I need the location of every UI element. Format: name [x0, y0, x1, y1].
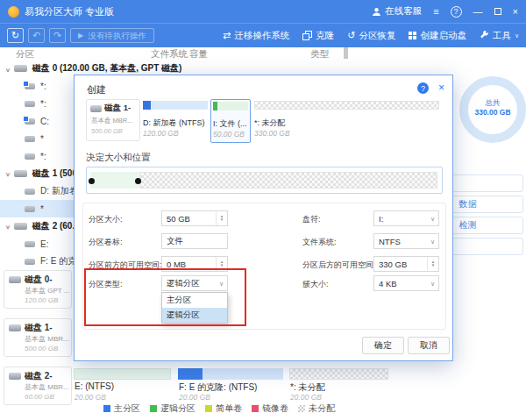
- primary-partition-swatch: [103, 405, 110, 412]
- partition-icon: [25, 83, 35, 89]
- dialog-partition-i-selected[interactable]: I: 文件 (... 50.00 GB: [210, 99, 251, 143]
- dialog-close-icon[interactable]: ×: [438, 82, 444, 94]
- create-bootable-disk-button[interactable]: 创建启动盘: [409, 30, 466, 42]
- disk-icon: [14, 170, 27, 177]
- chevron-down-icon: [5, 64, 14, 74]
- dialog-partition-unallocated[interactable]: *: 未分配 330.00 GB: [252, 99, 441, 143]
- disk-info-panel: 总共 330.00 GB 数据 检测: [456, 47, 526, 420]
- space-after-field[interactable]: 330 GB ▲▼: [373, 256, 439, 272]
- partition-icon: [25, 153, 35, 160]
- play-icon: ▶: [78, 32, 83, 39]
- cluster-size-select[interactable]: 4 KB ∨: [373, 275, 439, 291]
- dropdown-option-primary[interactable]: 主分区: [162, 293, 227, 308]
- pending-operations-label: 没有待执行操作: [88, 32, 146, 40]
- chevron-down-icon: ∨: [515, 32, 519, 39]
- grid-icon: [409, 32, 416, 39]
- disk2-partition-e[interactable]: E: (NTFS) 20.00 GB: [74, 367, 171, 405]
- partition-type-label: 分区类型:: [89, 279, 123, 290]
- redo-button[interactable]: ↷: [49, 28, 66, 43]
- size-slider[interactable]: [86, 167, 443, 194]
- help-icon[interactable]: ?: [451, 6, 462, 18]
- partition-bar: [213, 102, 248, 110]
- slider-handle-right[interactable]: [135, 178, 141, 184]
- maximize-button[interactable]: [494, 8, 501, 15]
- scrollbar-thumb[interactable]: [344, 47, 348, 59]
- disk-icon: [14, 65, 27, 72]
- partition-label-input[interactable]: 文件: [161, 233, 228, 249]
- chevron-down-icon: ∨: [430, 238, 435, 246]
- chevron-down-icon: ∨: [219, 281, 224, 288]
- unallocated-swatch: [298, 405, 305, 412]
- partition-type-select[interactable]: 逻辑分区 ∨: [161, 275, 228, 291]
- partition-icon: [25, 189, 35, 195]
- disk0-card[interactable]: 磁盘 0- 基本盘 GPT ... 120.00 GB: [4, 270, 72, 309]
- disk-icon: [14, 223, 27, 230]
- disk1-card[interactable]: 磁盘 1- 基本盘 MBR... 500.00 GB: [4, 318, 72, 357]
- menu-icon[interactable]: ≡: [433, 7, 438, 17]
- partition-bar: [254, 101, 439, 110]
- dialog-partition-d[interactable]: D: 新加卷 (NTFS) 120.00 GB: [141, 99, 210, 143]
- create-bootable-disk-label: 创建启动盘: [420, 30, 466, 42]
- ok-button[interactable]: 确定: [362, 337, 404, 354]
- partition-bar: [178, 368, 283, 380]
- close-button[interactable]: ×: [513, 7, 518, 17]
- slider-partition-region: [90, 172, 140, 189]
- dropdown-option-logical[interactable]: 逻辑分区: [162, 308, 227, 323]
- slider-handle-left[interactable]: [89, 178, 95, 184]
- partition-size-label: 分区大小:: [89, 214, 123, 225]
- disk2-card[interactable]: 磁盘 2- 基本盘 MBR... 60.00 GB: [4, 367, 72, 405]
- spinner-icon[interactable]: ▲▼: [216, 211, 227, 225]
- title-bar: 易我分区大师 专业版 在线客服 ≡ ? — ×: [0, 0, 526, 23]
- logical-partition-swatch: [150, 405, 157, 412]
- undo-button[interactable]: ↶: [28, 28, 45, 43]
- size-section-label: 决定大小和位置: [86, 152, 151, 164]
- refresh-button[interactable]: ↻: [7, 28, 24, 43]
- partition-icon: [25, 241, 35, 247]
- spinner-icon[interactable]: ▲▼: [216, 257, 227, 271]
- partition-icon: [25, 206, 35, 212]
- partition-recovery-icon: ↺: [347, 31, 355, 40]
- partition-icon: [25, 259, 35, 265]
- clone-label: 克隆: [316, 30, 334, 42]
- column-capacity: 容量: [189, 48, 208, 61]
- disk2-partition-unallocated[interactable]: *: 未分配 20.00 GB: [289, 367, 388, 405]
- partition-icon: [25, 136, 35, 142]
- pending-operations-button[interactable]: ▶ 没有待执行操作: [70, 28, 154, 43]
- partition-form: 分区大小: 50 GB ▲▼ 盘符: I: ∨ 分区卷标: 文件 文件系统: N…: [82, 203, 446, 330]
- partition-recovery-label: 分区恢复: [359, 30, 395, 42]
- spinner-icon[interactable]: ▲▼: [427, 257, 438, 271]
- total-value: 330.00 GB: [458, 108, 526, 117]
- toolbar: ↻ ↶ ↷ ▶ 没有待执行操作 ⇄ 迁移操作系统 克隆 ↺ 分区恢复 创建启动盘…: [0, 23, 526, 47]
- clone-button[interactable]: 克隆: [302, 30, 334, 42]
- dialog-title: 创建: [87, 83, 106, 96]
- person-icon: [372, 7, 381, 17]
- online-service-button[interactable]: 在线客服: [372, 5, 422, 18]
- tools-button[interactable]: 工具 ∨: [480, 30, 519, 42]
- partition-recovery-button[interactable]: ↺ 分区恢复: [347, 30, 395, 42]
- dialog-help-icon[interactable]: ?: [417, 82, 429, 94]
- partition-bar: [143, 101, 208, 110]
- cluster-size-label: 簇大小:: [302, 279, 329, 290]
- disk2-partition-f[interactable]: F: E 的克隆: (NTFS) 20.00 GB: [178, 367, 283, 405]
- disk-icon: [90, 105, 102, 112]
- cancel-button[interactable]: 取消: [408, 337, 450, 354]
- drive-letter-select[interactable]: I: ∨: [373, 210, 439, 226]
- space-before-field[interactable]: 0 MB ▲▼: [161, 256, 228, 272]
- tools-label: 工具: [493, 30, 511, 42]
- online-service-label: 在线客服: [385, 5, 422, 18]
- migrate-os-button[interactable]: ⇄ 迁移操作系统: [223, 30, 289, 42]
- filesystem-select[interactable]: NTFS ∨: [373, 233, 439, 249]
- disk-icon: [9, 373, 21, 380]
- create-partition-dialog: 创建 ? × 磁盘 1- 基本盘 MBR... 500.00 GB D: 新加卷…: [74, 75, 453, 361]
- dialog-disk-card: 磁盘 1- 基本盘 MBR... 500.00 GB: [86, 99, 140, 141]
- total-label: 总共: [458, 98, 526, 108]
- minimize-button[interactable]: —: [473, 7, 483, 17]
- legend: 主分区 逻辑分区 简单卷 镜像卷 未分配: [103, 402, 335, 415]
- partition-size-field[interactable]: 50 GB ▲▼: [161, 210, 228, 226]
- clone-icon: [302, 31, 312, 40]
- space-after-label: 分区后方的可用空间:: [302, 260, 376, 271]
- column-type: 类型: [310, 48, 329, 61]
- partition-icon: [25, 118, 35, 125]
- simple-volume-swatch: [205, 405, 212, 412]
- migrate-os-label: 迁移操作系统: [234, 30, 289, 42]
